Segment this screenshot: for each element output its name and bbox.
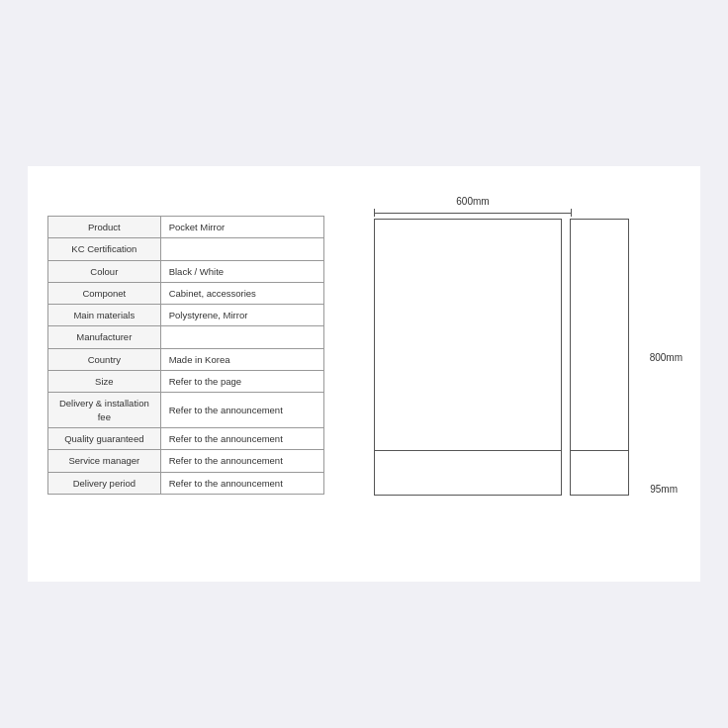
row-label: Componet bbox=[48, 282, 161, 304]
width-label: 600mm bbox=[456, 196, 489, 207]
side-panel: 800mm 95mm bbox=[570, 219, 629, 496]
row-value: Polystyrene, Mirror bbox=[160, 305, 323, 326]
row-label: Main materials bbox=[48, 305, 161, 326]
row-value bbox=[160, 238, 323, 260]
diagram-area: 600mm 800mm bbox=[354, 196, 609, 496]
table-row: CountryMade in Korea bbox=[48, 348, 324, 370]
content-area: ProductPocket MirrorKC CertificationColo… bbox=[28, 166, 700, 582]
page-container: ProductPocket MirrorKC CertificationColo… bbox=[0, 0, 728, 728]
small-inner-box bbox=[571, 450, 628, 495]
row-label: Delivery period bbox=[48, 472, 161, 494]
row-label: Product bbox=[48, 217, 161, 238]
right-tick bbox=[571, 209, 572, 217]
row-value: Pocket Mirror bbox=[160, 217, 323, 238]
row-label: Size bbox=[48, 371, 161, 393]
row-value bbox=[160, 326, 323, 348]
top-dimension-label: 600mm bbox=[374, 196, 572, 217]
main-mirror-box bbox=[374, 219, 562, 496]
row-value: Made in Korea bbox=[160, 348, 323, 370]
small-box: 800mm 95mm bbox=[570, 219, 629, 496]
row-value: Black / White bbox=[160, 260, 323, 282]
row-label: Colour bbox=[48, 260, 161, 282]
row-value: Refer to the announcement bbox=[160, 450, 323, 472]
table-row: Quality guaranteedRefer to the announcem… bbox=[48, 427, 324, 449]
table-row: Manufacturer bbox=[48, 326, 324, 348]
row-value: Refer to the announcement bbox=[160, 393, 323, 428]
table-row: KC Certification bbox=[48, 238, 324, 260]
row-value: Refer to the page bbox=[160, 371, 323, 393]
width-arrow-line bbox=[374, 209, 572, 217]
diagram-boxes-row: 800mm 95mm bbox=[374, 219, 629, 496]
table-row: Main materialsPolystyrene, Mirror bbox=[48, 305, 324, 326]
table-row: Delivery & installation feeRefer to the … bbox=[48, 393, 324, 428]
row-value: Cabinet, accessories bbox=[160, 282, 323, 304]
row-value: Refer to the announcement bbox=[160, 427, 323, 449]
row-label: Manufacturer bbox=[48, 326, 161, 348]
row-label: KC Certification bbox=[48, 238, 161, 260]
table-row: ColourBlack / White bbox=[48, 260, 324, 282]
row-label: Country bbox=[48, 348, 161, 370]
row-label: Delivery & installation fee bbox=[48, 393, 161, 428]
center-line bbox=[375, 213, 571, 214]
height-label: 800mm bbox=[650, 352, 682, 363]
bottom-label: 95mm bbox=[650, 484, 678, 495]
row-label: Service manager bbox=[48, 450, 161, 472]
product-info-table: ProductPocket MirrorKC CertificationColo… bbox=[47, 216, 324, 495]
row-value: Refer to the announcement bbox=[160, 472, 323, 494]
table-row: ComponetCabinet, accessories bbox=[48, 282, 324, 304]
table-row: SizeRefer to the page bbox=[48, 371, 324, 393]
table-row: ProductPocket Mirror bbox=[48, 217, 324, 238]
row-label: Quality guaranteed bbox=[48, 427, 161, 449]
table-row: Delivery periodRefer to the announcement bbox=[48, 472, 324, 494]
inner-bottom-section bbox=[375, 450, 561, 495]
table-row: Service managerRefer to the announcement bbox=[48, 450, 324, 472]
